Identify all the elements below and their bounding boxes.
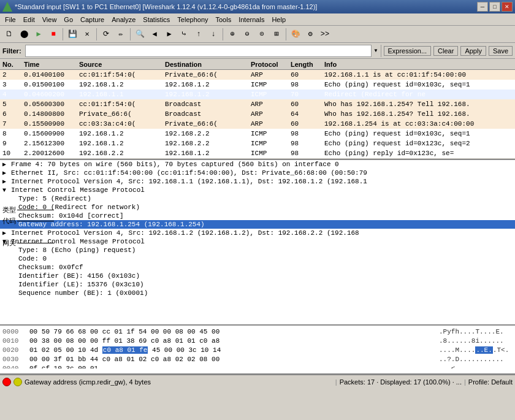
toolbar-goto[interactable]: ⤷ (177, 28, 191, 41)
cell-time: 2.15612300 (21, 140, 77, 147)
filter-dropdown-button[interactable]: ▼ (371, 45, 381, 57)
menu-item-view[interactable]: View (39, 15, 61, 25)
toolbar-down[interactable]: ↓ (207, 28, 220, 41)
menu-item-tools[interactable]: Tools (212, 15, 235, 25)
cell-dst: Broadcast (162, 101, 248, 108)
detail-tree-item[interactable]: Checksum: 0x104d [correct] (0, 212, 515, 220)
hex-bytes: 00 50 79 66 68 00 cc 01 1f 54 00 00 08 0… (29, 328, 434, 335)
cell-src: cc:03:3a:c4:0( (77, 120, 162, 128)
toolbar-triangle[interactable]: ▶ (32, 28, 45, 41)
toolbar-up[interactable]: ↑ (192, 28, 205, 41)
toolbar-zoom-fit[interactable]: ⊞ (270, 28, 283, 41)
toolbar-forward[interactable]: ▶ (162, 28, 176, 41)
hex-offset: 0040 (2, 365, 25, 369)
toolbar-close[interactable]: ✕ (80, 28, 94, 41)
cell-src: cc:01:1f:54:0( (77, 101, 162, 108)
toolbar-zoom-in[interactable]: ⊕ (226, 28, 239, 41)
menu-item-telephony[interactable]: Telephony (174, 15, 212, 25)
detail-tree-item[interactable]: Identifier (BE): 4156 (0x103c) (0, 272, 515, 280)
toolbar-prefs[interactable]: ⚙ (303, 28, 317, 41)
table-row[interactable]: 4 0.04600200 192.168.1.1 192.168.1.2 ICM… (0, 90, 515, 99)
detail-tree-item[interactable]: Code: 0 (Redirect for network) (0, 203, 515, 212)
filter-input[interactable] (26, 45, 371, 56)
apply-button[interactable]: Apply (460, 46, 486, 56)
expand-icon: ▶ (2, 229, 10, 237)
table-row[interactable]: 3 0.01500100 192.168.1.2 192.168.1.2 ICM… (0, 80, 515, 90)
toolbar-open[interactable]: ⬤ (17, 28, 31, 41)
close-button[interactable]: ✕ (502, 2, 513, 12)
detail-area[interactable]: ▶Frame 4: 70 bytes on wire (560 bits), 7… (0, 160, 515, 326)
cell-src: 192.168.2.2 (77, 150, 162, 157)
detail-tree-item[interactable]: Type: 8 (Echo (ping) request) (0, 246, 515, 254)
menu-item-analyze[interactable]: Analyze (108, 15, 139, 25)
detail-tree-item[interactable]: ▶Ethernet II, Src: cc:01:1f:54:00:00 (cc… (0, 169, 515, 177)
toolbar-new[interactable]: 🗋 (2, 28, 16, 41)
toolbar-back[interactable]: ◀ (148, 28, 161, 41)
menu-item-help[interactable]: Help (268, 15, 289, 25)
menu-item-capture[interactable]: Capture (77, 15, 108, 25)
table-row[interactable]: 5 0.05600300 cc:01:1f:54:0( Broadcast AR… (0, 99, 515, 109)
cell-src: cc:01:1f:54:0( (77, 71, 162, 78)
cell-len: 98 (288, 140, 322, 147)
toolbar-zoom-reset[interactable]: ⊙ (255, 28, 269, 41)
toolbar-zoom-out[interactable]: ⊖ (240, 28, 254, 41)
detail-tree-item[interactable]: Type: 5 (Redirect) (0, 194, 515, 203)
detail-tree-item[interactable]: Gateway address: 192.168.1.254 (192.168.… (0, 220, 515, 229)
detail-tree-item[interactable]: ▶Frame 4: 70 bytes on wire (560 bits), 7… (0, 160, 515, 169)
detail-tree-item[interactable]: Sequence number (BE): 1 (0x0001) (0, 289, 515, 297)
menu-item-file[interactable]: File (1, 15, 20, 25)
cell-dst: 192.168.2.2 (162, 140, 248, 147)
menu-item-edit[interactable]: Edit (20, 15, 39, 25)
expand-icon: ▶ (2, 161, 10, 168)
col-header-protocol: Protocol (248, 61, 288, 68)
maximize-button[interactable]: □ (489, 2, 500, 12)
menu-item-statistics[interactable]: Statistics (139, 15, 174, 25)
detail-tree-item[interactable]: ▶Internet Protocol Version 4, Src: 192.1… (0, 229, 515, 237)
cell-time: 0.01500100 (21, 81, 77, 88)
hex-row: 0000 00 50 79 66 68 00 cc 01 1f 54 00 00… (2, 327, 513, 336)
packet-scroll[interactable]: 2 0.01400100 cc:01:1f:54:0( Private_66:6… (0, 70, 515, 160)
toolbar-search[interactable]: 🔍 (133, 28, 147, 41)
save-button[interactable]: Save (489, 46, 513, 56)
hex-scroll[interactable]: 0000 00 50 79 66 68 00 cc 01 1f 54 00 00… (2, 327, 513, 368)
clear-button[interactable]: Clear (433, 46, 458, 56)
table-row[interactable]: 8 0.15600900 192.168.1.2 192.168.2.2 ICM… (0, 129, 515, 139)
hex-bytes: 00 00 3f 01 bb 44 c0 a8 01 02 c0 a8 02 0… (29, 356, 434, 363)
toolbar-more[interactable]: >> (318, 28, 332, 41)
cell-proto: ICMP (248, 81, 288, 88)
toolbar-save[interactable]: 💾 (66, 28, 79, 41)
detail-tree-item[interactable]: ▼Internet Control Message Protocol (0, 237, 515, 246)
cell-info: Echo (ping) request id=0x103c, seq=1 (322, 81, 515, 88)
detail-tree-item[interactable]: ▼Internet Control Message Protocol (0, 186, 515, 194)
cell-time: 0.05600300 (21, 101, 77, 108)
expression-button[interactable]: Expression... (384, 46, 432, 56)
toolbar-edit[interactable]: ✏ (114, 28, 128, 41)
detail-tree-item[interactable]: Identifier (LE): 15376 (0x3c10) (0, 280, 515, 289)
menu-item-internals[interactable]: Internals (235, 15, 268, 25)
cell-no: 4 (0, 91, 21, 98)
cell-time: 2.20012600 (21, 150, 77, 157)
detail-tree-item[interactable]: ▶Internet Protocol Version 4, Src: 192.1… (0, 177, 515, 186)
cell-len: 98 (288, 130, 322, 137)
filter-bar: Filter: ▼ Expression... Clear Apply Save (0, 43, 515, 59)
cell-dst: Broadcast (162, 110, 248, 118)
window-title: *Standard input [SW1 1 to PC1 Ethernet0]… (15, 3, 317, 10)
toolbar-colorize[interactable]: 🎨 (289, 28, 302, 41)
cell-time: 0.14800800 (21, 110, 77, 118)
cell-info: Redirect (Redirect for ne (322, 91, 515, 98)
detail-panel-wrapper: ▶Frame 4: 70 bytes on wire (560 bits), 7… (0, 160, 515, 326)
table-row[interactable]: 7 0.15500900 cc:03:3a:c4:0( Private_66:6… (0, 119, 515, 129)
packet-list: No. Time Source Destination Protocol Len… (0, 59, 515, 160)
tree-item-text: Sequence number (BE): 1 (0x0001) (18, 289, 148, 297)
toolbar-stop[interactable]: ■ (47, 28, 60, 41)
table-row[interactable]: 2 0.01400100 cc:01:1f:54:0( Private_66:6… (0, 70, 515, 80)
menu-item-go[interactable]: Go (60, 15, 77, 25)
table-row[interactable]: 6 0.14800800 Private_66:6( Broadcast ARP… (0, 109, 515, 119)
minimize-button[interactable]: ─ (477, 2, 488, 12)
table-row[interactable]: 9 2.15612300 192.168.1.2 192.168.2.2 ICM… (0, 139, 515, 148)
detail-tree-item[interactable]: Checksum: 0x0fcf (0, 263, 515, 272)
cell-time: 0.15600900 (21, 130, 77, 137)
toolbar-reload[interactable]: ⟳ (99, 28, 113, 41)
table-row[interactable]: 10 2.20012600 192.168.2.2 192.168.1.2 IC… (0, 148, 515, 158)
detail-tree-item[interactable]: Code: 0 (0, 254, 515, 263)
